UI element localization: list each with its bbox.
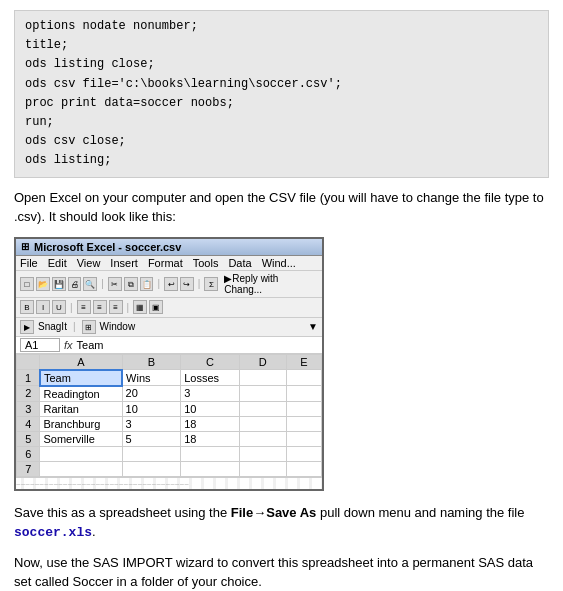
borders-icon[interactable]: ▦ bbox=[133, 300, 147, 314]
menu-edit[interactable]: Edit bbox=[48, 257, 67, 269]
italic-icon[interactable]: I bbox=[36, 300, 50, 314]
table-row: 4Branchburg318 bbox=[17, 416, 322, 431]
table-cell[interactable] bbox=[286, 416, 321, 431]
excel-title: Microsoft Excel - soccer.csv bbox=[34, 241, 181, 253]
table-cell[interactable]: Branchburg bbox=[40, 416, 122, 431]
print-icon[interactable]: 🖨 bbox=[68, 277, 82, 291]
paragraph-1: Open Excel on your computer and open the… bbox=[14, 188, 549, 227]
col-header-b: B bbox=[122, 354, 181, 370]
excel-toolbar-3: ▶ SnagIt | ⊞ Window ▼ bbox=[16, 318, 322, 337]
para3-text: Now, use the SAS IMPORT wizard to conver… bbox=[14, 555, 533, 590]
table-cell[interactable] bbox=[181, 446, 240, 461]
snagit-icon[interactable]: ▶ bbox=[20, 320, 34, 334]
para2-before: Save this as a spreadsheet using the bbox=[14, 505, 231, 520]
table-cell[interactable]: Readington bbox=[40, 386, 122, 402]
table-cell[interactable] bbox=[40, 461, 122, 476]
table-cell[interactable]: Losses bbox=[181, 370, 240, 386]
para2-period: . bbox=[92, 524, 96, 539]
new-icon[interactable]: □ bbox=[20, 277, 34, 291]
para2-filename: soccer.xls bbox=[14, 525, 92, 540]
table-cell[interactable]: 10 bbox=[181, 401, 240, 416]
code-line-8: ods listing; bbox=[25, 153, 111, 167]
excel-window: ⊞ Microsoft Excel - soccer.csv File Edit… bbox=[14, 237, 324, 491]
align-center-icon[interactable]: ≡ bbox=[93, 300, 107, 314]
table-cell[interactable] bbox=[286, 401, 321, 416]
save-icon[interactable]: 💾 bbox=[52, 277, 66, 291]
menu-window[interactable]: Wind... bbox=[262, 257, 296, 269]
open-icon[interactable]: 📂 bbox=[36, 277, 50, 291]
table-row: 1TeamWinsLosses bbox=[17, 370, 322, 386]
table-row: 3Raritan1010 bbox=[17, 401, 322, 416]
menu-tools[interactable]: Tools bbox=[193, 257, 219, 269]
table-cell[interactable] bbox=[122, 461, 181, 476]
code-line-5: proc print data=soccer noobs; bbox=[25, 96, 234, 110]
table-cell[interactable] bbox=[286, 370, 321, 386]
copy-icon[interactable]: ⧉ bbox=[124, 277, 138, 291]
row-number: 7 bbox=[17, 461, 40, 476]
table-cell[interactable] bbox=[239, 401, 286, 416]
table-cell[interactable] bbox=[239, 370, 286, 386]
table-cell[interactable]: 18 bbox=[181, 431, 240, 446]
table-cell[interactable]: 10 bbox=[122, 401, 181, 416]
table-row: 2Readington203 bbox=[17, 386, 322, 402]
para2-arrow: → bbox=[253, 505, 266, 520]
excel-table: A B C D E 1TeamWinsLosses2Readington2033… bbox=[16, 354, 322, 477]
redo-icon[interactable]: ↪ bbox=[180, 277, 194, 291]
para2-after: pull down menu and naming the file bbox=[316, 505, 524, 520]
table-cell[interactable]: 3 bbox=[122, 416, 181, 431]
fx-label: fx bbox=[64, 339, 73, 351]
table-row: 5Somerville518 bbox=[17, 431, 322, 446]
window-icon[interactable]: ⊞ bbox=[82, 320, 96, 334]
row-number: 6 bbox=[17, 446, 40, 461]
menu-format[interactable]: Format bbox=[148, 257, 183, 269]
menu-insert[interactable]: Insert bbox=[110, 257, 138, 269]
cut-icon[interactable]: ✂ bbox=[108, 277, 122, 291]
table-cell[interactable] bbox=[239, 416, 286, 431]
paragraph-2: Save this as a spreadsheet using the Fil… bbox=[14, 503, 549, 543]
table-cell[interactable] bbox=[40, 446, 122, 461]
table-cell[interactable] bbox=[239, 461, 286, 476]
fill-icon[interactable]: ▣ bbox=[149, 300, 163, 314]
para2-file: File bbox=[231, 505, 253, 520]
table-cell[interactable]: Wins bbox=[122, 370, 181, 386]
table-cell[interactable] bbox=[122, 446, 181, 461]
bold-icon[interactable]: B bbox=[20, 300, 34, 314]
table-cell[interactable]: Raritan bbox=[40, 401, 122, 416]
sum-icon[interactable]: Σ bbox=[204, 277, 218, 291]
table-cell[interactable]: 18 bbox=[181, 416, 240, 431]
table-cell[interactable] bbox=[286, 461, 321, 476]
underline-icon[interactable]: U bbox=[52, 300, 66, 314]
table-cell[interactable] bbox=[239, 431, 286, 446]
table-cell[interactable]: Team bbox=[40, 370, 122, 386]
table-cell[interactable] bbox=[286, 446, 321, 461]
menu-view[interactable]: View bbox=[77, 257, 101, 269]
menu-file[interactable]: File bbox=[20, 257, 38, 269]
code-line-1: options nodate nonumber; bbox=[25, 19, 198, 33]
col-header-e: E bbox=[286, 354, 321, 370]
spreadsheet: A B C D E 1TeamWinsLosses2Readington2033… bbox=[16, 354, 322, 477]
cell-reference[interactable]: A1 bbox=[20, 338, 60, 352]
table-cell[interactable] bbox=[239, 386, 286, 402]
paste-icon[interactable]: 📋 bbox=[140, 277, 154, 291]
preview-icon[interactable]: 🔍 bbox=[83, 277, 97, 291]
formula-value: Team bbox=[77, 339, 104, 351]
menu-data[interactable]: Data bbox=[228, 257, 251, 269]
table-cell[interactable] bbox=[239, 446, 286, 461]
table-cell[interactable]: Somerville bbox=[40, 431, 122, 446]
formula-bar: A1 fx Team bbox=[16, 337, 322, 354]
table-cell[interactable]: 5 bbox=[122, 431, 181, 446]
align-left-icon[interactable]: ≡ bbox=[77, 300, 91, 314]
undo-icon[interactable]: ↩ bbox=[164, 277, 178, 291]
table-cell[interactable] bbox=[181, 461, 240, 476]
code-line-6: run; bbox=[25, 115, 54, 129]
table-cell[interactable]: 3 bbox=[181, 386, 240, 402]
table-cell[interactable] bbox=[286, 386, 321, 402]
table-cell[interactable] bbox=[286, 431, 321, 446]
column-header-row: A B C D E bbox=[17, 354, 322, 370]
table-row: 6 bbox=[17, 446, 322, 461]
table-cell[interactable]: 20 bbox=[122, 386, 181, 402]
dropdown-arrow[interactable]: ▼ bbox=[308, 321, 318, 332]
code-line-2: title; bbox=[25, 38, 68, 52]
align-right-icon[interactable]: ≡ bbox=[109, 300, 123, 314]
paragraph-1-text: Open Excel on your computer and open the… bbox=[14, 190, 544, 225]
